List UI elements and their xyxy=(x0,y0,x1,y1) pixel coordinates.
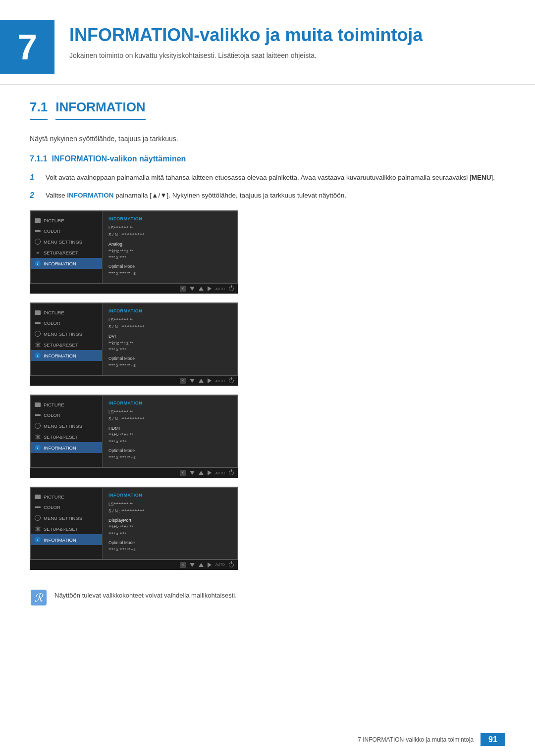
info-ls-2: LS*********;** xyxy=(108,317,231,323)
menu-item-setup-3: SETUP&RESET xyxy=(31,431,102,442)
info-panel-4: INFORMATION LS*********;** S / N : *****… xyxy=(103,488,237,559)
menu-label-info-2: INFORMATION xyxy=(44,353,76,358)
info-type-4: DisplayPort xyxy=(108,517,231,524)
toolbar-play-btn-3 xyxy=(208,470,212,475)
setup-icon-4 xyxy=(35,526,41,532)
menu-item-menu-2: MENU SETTINGS xyxy=(31,328,102,339)
menu-label-picture-2: PICTURE xyxy=(44,310,64,315)
monitor-screen-2: PICTURE COLOR MENU SETTINGS SETUP&RESET xyxy=(30,302,238,386)
info-type-3: HDMI xyxy=(108,425,231,432)
info-optimal-val-4: **** x **** **Hz xyxy=(108,547,231,553)
section-title: INFORMATION xyxy=(55,100,146,120)
section-description: Näytä nykyinen syöttölähde, taajuus ja t… xyxy=(30,135,505,143)
info-type-1: Analog xyxy=(108,241,231,248)
menu-item-menu-4: MENU SETTINGS xyxy=(31,512,102,523)
menu-label-menu-1: MENU SETTINGS xyxy=(44,239,82,245)
chapter-title: INFORMATION-valikko ja muita toimintoja xyxy=(69,25,423,46)
menu-label-info-3: INFORMATION xyxy=(44,445,76,451)
toolbar-power-btn-4 xyxy=(229,562,234,567)
info-icon-3: i xyxy=(35,445,41,451)
screenshots-grid: PICTURE COLOR MENU SETTINGS SET xyxy=(30,210,535,570)
info-ls-3: LS*********;** xyxy=(108,409,231,415)
toolbar-power-btn-2 xyxy=(229,378,234,383)
info-panel-3: INFORMATION LS*********;** S / N : *****… xyxy=(103,396,237,467)
menu-item-setup-1: SETUP&RESET xyxy=(31,247,102,258)
toolbar-close-btn-3: ✕ xyxy=(180,470,186,476)
info-icon-4: i xyxy=(35,537,41,543)
menu-icon-4 xyxy=(35,515,41,521)
toolbar-down-btn-1 xyxy=(190,287,195,291)
menu-item-color-1: COLOR xyxy=(31,226,102,236)
info-sn-2: S / N : ************** xyxy=(108,324,231,330)
toolbar-down-btn-2 xyxy=(190,379,195,383)
info-freq-2: **kHz **Hz ** xyxy=(108,341,231,347)
subsection-title: 7.1.1 INFORMATION-valikon näyttäminen xyxy=(30,154,505,163)
toolbar-down-btn-3 xyxy=(190,471,195,475)
steps-list: 1 Voit avata avainoppaan painamalla mitä… xyxy=(30,172,505,201)
menu-label-color-3: COLOR xyxy=(44,412,60,418)
step-number-1: 1 xyxy=(30,172,42,182)
info-res-2: **** x **** xyxy=(108,347,231,353)
menu-panel-4: PICTURE COLOR MENU SETTINGS SETUP&RESET xyxy=(31,488,103,559)
info-sn-3: S / N : ************** xyxy=(108,416,231,422)
info-optimal-val-1: **** x **** **Hz xyxy=(108,271,231,277)
menu-item-setup-4: SETUP&RESET xyxy=(31,523,102,534)
info-freq-3: **kHz **Hz ** xyxy=(108,432,231,438)
info-panel-title-4: INFORMATION xyxy=(108,493,231,498)
info-optimal-val-3: **** x **** **Hz xyxy=(108,455,231,461)
menu-label-setup-1: SETUP&RESET xyxy=(44,250,78,255)
menu-item-picture-1: PICTURE xyxy=(31,215,102,226)
section-number: 7.1 xyxy=(30,100,48,120)
menu-label-menu-4: MENU SETTINGS xyxy=(44,515,82,521)
step-text-1: Voit avata avainoppaan painamalla mitä t… xyxy=(46,172,495,183)
menu-label-picture-3: PICTURE xyxy=(44,402,64,407)
toolbar-play-btn-1 xyxy=(208,286,212,291)
setup-icon-2 xyxy=(35,342,41,348)
menu-item-setup-2: SETUP&RESET xyxy=(31,339,102,350)
step-1: 1 Voit avata avainoppaan painamalla mitä… xyxy=(30,172,505,183)
toolbar-power-btn-3 xyxy=(229,470,234,475)
color-icon-1 xyxy=(35,230,41,232)
info-res-1: **** x **** xyxy=(108,255,231,261)
monitor-screen-3: PICTURE COLOR MENU SETTINGS SETUP&RESET xyxy=(30,395,238,478)
menu-icon-3 xyxy=(35,423,41,429)
info-ls-4: LS*********;** xyxy=(108,502,231,507)
menu-label-setup-2: SETUP&RESET xyxy=(44,342,78,348)
menu-panel-3: PICTURE COLOR MENU SETTINGS SETUP&RESET xyxy=(31,396,103,467)
menu-item-info-1: i INFORMATION xyxy=(31,258,102,269)
info-res-3: **** x ****- xyxy=(108,439,231,445)
menu-item-picture-4: PICTURE xyxy=(31,492,102,502)
chapter-number: 7 xyxy=(0,20,54,74)
menu-item-info-2: i INFORMATION xyxy=(31,350,102,361)
menu-item-picture-2: PICTURE xyxy=(31,307,102,318)
toolbar-up-btn-4 xyxy=(199,563,204,567)
info-ls-1: LS*********;** xyxy=(108,225,231,231)
menu-label-info-4: INFORMATION xyxy=(44,537,76,543)
color-icon-4 xyxy=(35,506,41,508)
menu-item-info-4: i INFORMATION xyxy=(31,534,102,545)
note-text: Näyttöön tulevat valikkokohteet voivat v… xyxy=(54,589,237,599)
screen-toolbar-1: ✕ AUTO xyxy=(30,284,238,294)
toolbar-down-btn-4 xyxy=(190,563,195,567)
screen-toolbar-2: ✕ AUTO xyxy=(30,376,238,386)
info-type-2: DVI xyxy=(108,333,231,340)
page-number: 91 xyxy=(481,733,505,746)
info-sn-1: S / N : ************** xyxy=(108,232,231,238)
picture-icon-2 xyxy=(35,310,41,315)
menu-item-menu-3: MENU SETTINGS xyxy=(31,420,102,431)
step-2: 2 Valitse INFORMATION painamalla [▲/▼]. … xyxy=(30,190,505,201)
info-optimal-val-2: **** x **** **Hz xyxy=(108,363,231,369)
info-optimal-label-1: Optimal Mode xyxy=(108,264,231,270)
menu-label-color-1: COLOR xyxy=(44,228,60,234)
info-panel-title-2: INFORMATION xyxy=(108,308,231,313)
toolbar-power-btn-1 xyxy=(229,286,234,291)
menu-label-menu-2: MENU SETTINGS xyxy=(44,331,82,337)
picture-icon-3 xyxy=(35,403,41,407)
color-icon-2 xyxy=(35,322,41,324)
info-panel-1: INFORMATION LS*********;** S / N : *****… xyxy=(103,211,237,283)
info-optimal-label-2: Optimal Mode xyxy=(108,356,231,362)
info-icon-1: i xyxy=(35,260,41,266)
menu-icon-2 xyxy=(35,331,41,337)
toolbar-close-btn-1: ✕ xyxy=(180,286,186,292)
menu-label-picture-4: PICTURE xyxy=(44,494,64,500)
